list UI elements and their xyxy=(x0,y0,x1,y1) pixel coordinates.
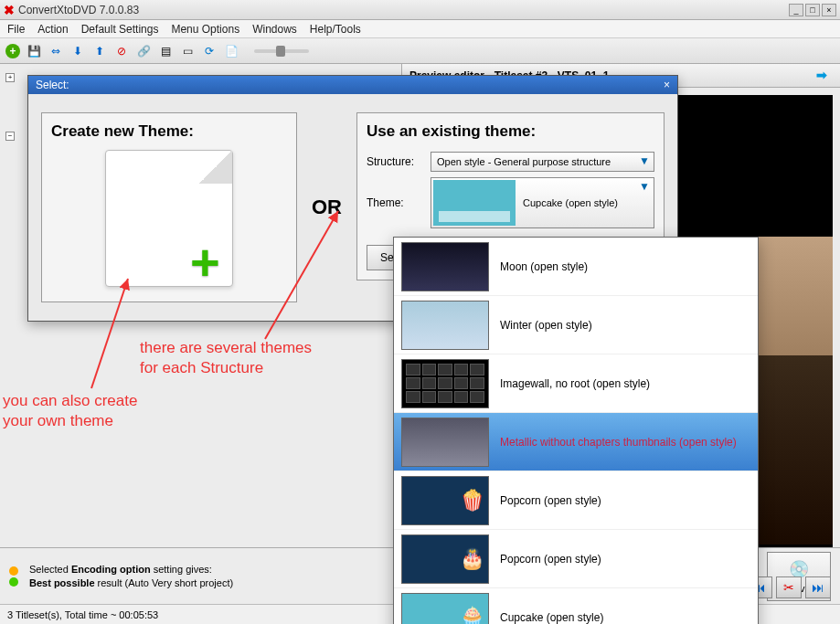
theme-option-label: Cupcake (open style) xyxy=(500,611,603,624)
screen-icon[interactable]: ▭ xyxy=(179,43,196,59)
dialog-close-icon[interactable]: × xyxy=(664,79,670,91)
chevron-down-icon: ▼ xyxy=(637,180,652,195)
theme-option[interactable]: Imagewall, no root (open style) xyxy=(394,354,758,413)
link-icon[interactable]: 🔗 xyxy=(135,43,152,59)
menu-windows[interactable]: Windows xyxy=(252,23,297,36)
close-button[interactable]: × xyxy=(822,4,836,16)
plus-icon: + xyxy=(190,244,236,290)
existing-heading: Use an existing theme: xyxy=(367,122,654,141)
menu-menu-options[interactable]: Menu Options xyxy=(171,23,239,36)
theme-thumb xyxy=(433,180,516,226)
dialog-title-text: Select: xyxy=(36,79,69,91)
menu-file[interactable]: File xyxy=(7,23,25,36)
delete-icon[interactable]: ⊘ xyxy=(113,43,130,59)
theme-option-label: Winter (open style) xyxy=(500,319,592,332)
theme-value: Cupcake (open style) xyxy=(523,197,618,208)
theme-thumb: 🍿 xyxy=(401,476,489,525)
list-icon[interactable]: ▤ xyxy=(157,43,174,59)
theme-dropdown: Moon (open style)Winter (open style)Imag… xyxy=(393,237,759,624)
theme-option[interactable]: Moon (open style) xyxy=(394,238,758,296)
encoding-text: Selected Encoding option setting gives: … xyxy=(29,563,233,589)
menu-action[interactable]: Action xyxy=(37,23,68,36)
theme-thumb xyxy=(401,301,489,350)
status-text: 3 Titleset(s), Total time ~ 00:05:53 xyxy=(7,609,158,620)
structure-label: Structure: xyxy=(367,155,431,168)
add-icon[interactable]: + xyxy=(5,44,20,58)
transport-controls: ⏮ ✂ ⏭ xyxy=(747,576,831,598)
window-controls: _ □ × xyxy=(789,4,836,16)
toolbar: + 💾 ⇔ ⬇ ⬆ ⊘ 🔗 ▤ ▭ ⟳ 📄 xyxy=(0,38,840,64)
theme-option[interactable]: 🍿Popcorn (open style) xyxy=(394,471,758,530)
doc-icon[interactable]: 📄 xyxy=(223,43,239,59)
theme-option-label: Metallic without chapters thumbnails (op… xyxy=(500,436,737,449)
theme-option[interactable]: 🧁Cupcake (open style) xyxy=(394,588,758,624)
theme-thumb: 🎂 xyxy=(401,534,489,584)
down-icon[interactable]: ⬇ xyxy=(69,43,86,59)
theme-option-label: Moon (open style) xyxy=(500,260,588,273)
maximize-button[interactable]: □ xyxy=(805,4,820,16)
theme-option-label: Popcorn (open style) xyxy=(500,553,601,566)
zoom-slider[interactable] xyxy=(254,49,309,53)
minimize-button[interactable]: _ xyxy=(789,4,803,16)
tree-collapse-1[interactable]: − xyxy=(5,132,15,141)
tree-expand-1[interactable]: + xyxy=(5,73,15,82)
preview-next-icon[interactable]: ➡ xyxy=(816,68,833,84)
next-clip-button[interactable]: ⏭ xyxy=(805,576,831,598)
or-label: OR xyxy=(306,196,347,219)
titlebar: ✖ ConvertXtoDVD 7.0.0.83 _ □ × xyxy=(0,0,840,20)
theme-option[interactable]: 🎂Popcorn (open style) xyxy=(394,530,758,588)
structure-value: Open style - General purpose structure xyxy=(437,156,611,167)
app-icon: ✖ xyxy=(4,3,15,17)
new-document-icon: + xyxy=(105,150,233,287)
window-title: ConvertXtoDVD 7.0.0.83 xyxy=(18,4,789,16)
save-icon[interactable]: 💾 xyxy=(26,43,42,59)
theme-combo[interactable]: Cupcake (open style) ▼ xyxy=(431,177,654,228)
expand-icon[interactable]: ⇔ xyxy=(48,43,64,59)
create-heading: Create new Theme: xyxy=(51,122,287,141)
status-lights xyxy=(9,566,18,587)
theme-option[interactable]: Metallic without chapters thumbnails (op… xyxy=(394,413,758,471)
theme-thumb xyxy=(401,359,489,408)
theme-option-label: Imagewall, no root (open style) xyxy=(500,377,650,390)
dialog-titlebar: Select: × xyxy=(28,76,677,94)
theme-thumb xyxy=(401,242,489,291)
chevron-down-icon: ▼ xyxy=(637,154,652,169)
menubar: File Action Default Settings Menu Option… xyxy=(0,20,840,38)
cut-button[interactable]: ✂ xyxy=(776,576,802,598)
theme-label: Theme: xyxy=(367,196,431,209)
theme-option-label: Popcorn (open style) xyxy=(500,494,601,507)
theme-thumb xyxy=(401,418,489,467)
theme-thumb: 🧁 xyxy=(401,593,489,625)
refresh-icon[interactable]: ⟳ xyxy=(201,43,218,59)
menu-default-settings[interactable]: Default Settings xyxy=(81,23,159,36)
menu-help-tools[interactable]: Help/Tools xyxy=(310,23,361,36)
theme-option[interactable]: Winter (open style) xyxy=(394,296,758,354)
up-icon[interactable]: ⬆ xyxy=(91,43,108,59)
structure-combo[interactable]: Open style - General purpose structure ▼ xyxy=(431,152,654,172)
create-theme-box[interactable]: Create new Theme: + xyxy=(41,112,297,302)
